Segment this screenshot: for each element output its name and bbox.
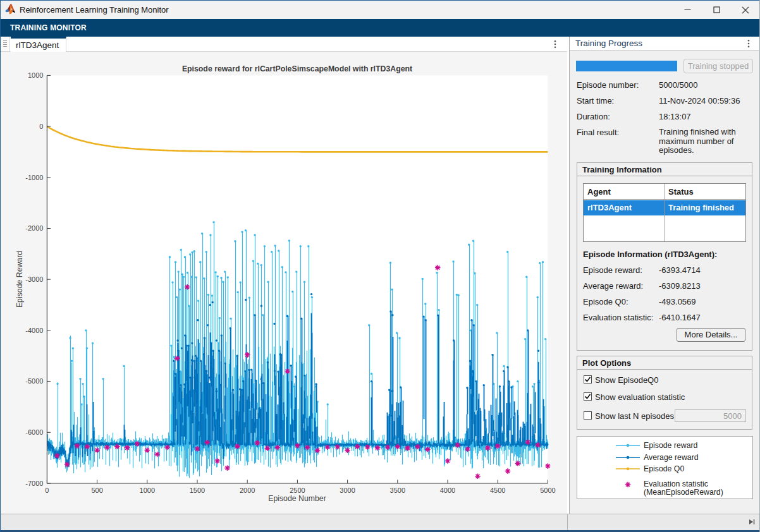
svg-text:-5000: -5000 — [25, 377, 43, 385]
svg-text:-1000: -1000 — [25, 174, 43, 181]
svg-text:1000: 1000 — [140, 487, 155, 494]
svg-text:0: 0 — [45, 487, 49, 494]
svg-text:Episode Number: Episode Number — [268, 494, 326, 503]
svg-text:-3000: -3000 — [25, 275, 43, 283]
svg-text:0: 0 — [39, 123, 43, 130]
svg-text:Average reward: Average reward — [644, 453, 699, 462]
svg-text:-4000: -4000 — [25, 327, 43, 334]
svg-text:-6000: -6000 — [25, 428, 43, 436]
svg-text:4000: 4000 — [440, 487, 455, 494]
svg-text:Episode Reward: Episode Reward — [15, 251, 24, 308]
svg-text:Episode reward for rlCartPoleS: Episode reward for rlCartPoleSimscapeMod… — [182, 64, 412, 73]
svg-text:500: 500 — [91, 487, 102, 494]
svg-text:-7000: -7000 — [25, 480, 43, 487]
svg-text:5000: 5000 — [540, 487, 555, 494]
svg-text:3000: 3000 — [340, 487, 355, 494]
svg-text:4500: 4500 — [490, 487, 505, 494]
svg-text:Episode Q0: Episode Q0 — [644, 464, 684, 473]
svg-text:(MeanEpisodeReward): (MeanEpisodeReward) — [644, 488, 723, 497]
svg-text:Episode reward: Episode reward — [644, 441, 698, 450]
svg-text:1500: 1500 — [190, 487, 205, 494]
svg-text:-2000: -2000 — [25, 224, 43, 232]
svg-text:2000: 2000 — [240, 487, 255, 494]
svg-text:3500: 3500 — [390, 487, 405, 494]
svg-text:Evaluation statistic: Evaluation statistic — [644, 480, 708, 488]
svg-text:2500: 2500 — [290, 487, 305, 494]
svg-text:1000: 1000 — [28, 71, 43, 79]
